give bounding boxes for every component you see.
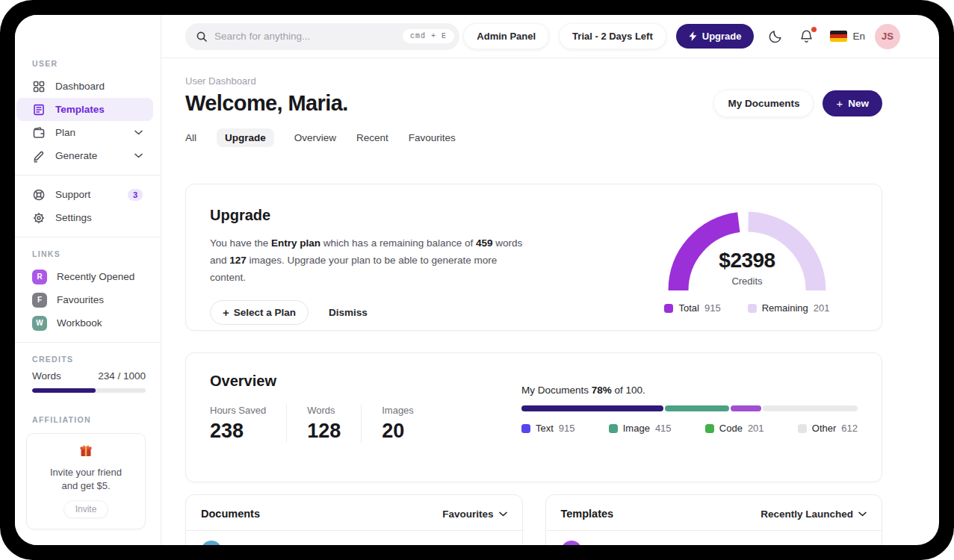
gauge-center-value: $2398 — [665, 249, 829, 273]
dark-mode-toggle[interactable] — [767, 28, 784, 45]
stacked-bar-legend: Text 915 Image 415 Code 201 — [521, 423, 858, 434]
new-button[interactable]: + New — [823, 90, 882, 116]
tab-recent[interactable]: Recent — [356, 128, 388, 147]
plus-icon: + — [223, 307, 229, 318]
legend-swatch — [521, 424, 530, 433]
legend-item-image: Image 415 — [609, 423, 672, 434]
invite-button[interactable]: Invite — [64, 500, 109, 518]
template-avatar — [561, 541, 582, 545]
overview-left: Overview Hours Saved 238 Words 128 Image… — [210, 373, 454, 462]
affiliation-box: Invite your friend and get $5. Invite — [26, 433, 146, 529]
legend-value: 201 — [814, 302, 830, 314]
search-bar[interactable]: cmd + E — [185, 23, 459, 50]
stat-words: Words 128 — [307, 405, 362, 443]
my-documents-button[interactable]: My Documents — [713, 90, 814, 117]
sidebar-link-label: Recently Opened — [57, 271, 134, 282]
credits-progress-track — [32, 388, 146, 393]
search-icon — [196, 31, 208, 43]
overview-card: Overview Hours Saved 238 Words 128 Image… — [185, 352, 882, 482]
german-flag-icon[interactable] — [830, 31, 847, 42]
stat-label: Words — [307, 405, 341, 416]
sidebar-section-affiliation: AFFILIATION — [32, 415, 161, 424]
bar-segment-code — [731, 405, 762, 411]
sidebar-link-recently-opened[interactable]: R Recently Opened — [16, 265, 153, 288]
stat-images: Images 20 — [382, 405, 434, 443]
legend-name: Text — [536, 423, 554, 434]
legend-item-code: Code 201 — [705, 423, 764, 434]
legend-swatch — [705, 424, 714, 433]
sidebar-item-settings[interactable]: Settings — [16, 206, 153, 229]
sidebar-link-workbook[interactable]: W Workbook — [16, 311, 153, 335]
sidebar-divider — [15, 175, 161, 175]
tab-favourites[interactable]: Favourites — [409, 128, 456, 147]
document-row[interactable]: Untitled Document in Workbook — [186, 531, 522, 545]
tab-upgrade[interactable]: Upgrade — [217, 128, 274, 147]
overview-stats: Hours Saved 238 Words 128 Images 20 — [210, 405, 454, 443]
tab-all[interactable]: All — [185, 128, 196, 147]
templates-filter-dropdown[interactable]: Recently Launched — [761, 508, 867, 520]
page-title: Welcome, Maria. — [185, 91, 348, 116]
stat-label: Hours Saved — [210, 405, 266, 416]
documents-progress: My Documents 78% of 100. Text 915 — [521, 385, 858, 462]
documents-card: Documents Favourites Untitled Document i… — [185, 494, 523, 545]
bolt-icon — [689, 31, 697, 41]
admin-panel-button[interactable]: Admin Panel — [463, 23, 549, 49]
sidebar-divider — [15, 342, 161, 343]
link-initial-badge: W — [32, 316, 47, 331]
legend-value: 612 — [841, 423, 858, 434]
legend-swatch — [609, 424, 618, 433]
notifications-button[interactable] — [798, 28, 815, 46]
documents-filter-dropdown[interactable]: Favourites — [442, 508, 507, 520]
sidebar-item-support[interactable]: Support 3 — [16, 183, 153, 206]
legend-value: 915 — [704, 302, 721, 314]
sidebar-item-generate[interactable]: Generate — [16, 144, 153, 167]
chevron-down-icon — [134, 130, 143, 135]
search-shortcut-badge: cmd + E — [403, 29, 454, 43]
template-row[interactable]: Blog Post Title in Workbook — [546, 531, 882, 545]
topbar: cmd + E Admin Panel Trial - 2 Days Left … — [161, 15, 939, 58]
gauge-center-label: Credits — [665, 276, 829, 287]
language-label[interactable]: En — [852, 31, 865, 42]
progress-title: My Documents 78% of 100. — [521, 385, 858, 396]
legend-value: 201 — [748, 423, 764, 434]
sidebar-item-label: Support — [55, 189, 90, 200]
upgrade-card: Upgrade You have the Entry plan which ha… — [185, 184, 882, 331]
upgrade-button[interactable]: Upgrade — [676, 24, 755, 49]
sidebar: USER Dashboard Templates Plan — [15, 15, 161, 545]
device-frame: USER Dashboard Templates Plan — [0, 0, 954, 560]
legend-name: Image — [623, 423, 650, 434]
sidebar-item-templates[interactable]: Templates — [16, 98, 153, 121]
legend-name: Code — [719, 423, 743, 434]
select-plan-button[interactable]: + Select a Plan — [210, 300, 309, 325]
stat-value: 128 — [307, 420, 341, 443]
sidebar-link-favourites[interactable]: F Favourites — [16, 288, 153, 311]
trial-status-button[interactable]: Trial - 2 Days Left — [559, 23, 666, 49]
sidebar-divider — [15, 237, 161, 237]
sidebar-section-links: LINKS — [32, 249, 161, 258]
main-column: cmd + E Admin Panel Trial - 2 Days Left … — [161, 15, 939, 545]
tab-overview[interactable]: Overview — [294, 128, 336, 147]
stacked-bar — [521, 405, 858, 411]
legend-item-other: Other 612 — [798, 423, 858, 434]
gift-icon — [78, 448, 93, 461]
settings-gear-icon — [32, 211, 46, 225]
link-initial-badge: R — [32, 270, 47, 284]
breadcrumb: User Dashboard — [185, 75, 882, 87]
legend-name: Other — [812, 423, 837, 434]
dismiss-button[interactable]: Dismiss — [329, 307, 368, 318]
sidebar-link-label: Favourites — [57, 294, 104, 305]
bar-segment-text — [521, 405, 663, 411]
sidebar-item-dashboard[interactable]: Dashboard — [16, 75, 153, 98]
legend-name: Total — [678, 302, 699, 314]
user-avatar[interactable]: JS — [875, 24, 900, 49]
sidebar-link-label: Workbook — [57, 317, 102, 329]
credits-value: 234 / 1000 — [98, 370, 146, 382]
bar-segment-other — [763, 405, 858, 411]
new-button-label: New — [848, 98, 869, 109]
stat-value: 238 — [210, 420, 266, 443]
sidebar-item-plan[interactable]: Plan — [16, 121, 153, 144]
legend-item-total: Total 915 — [664, 302, 720, 314]
affiliation-line1: Invite your friend — [50, 467, 122, 478]
plan-wallet-icon — [32, 126, 46, 140]
search-input[interactable] — [214, 31, 396, 42]
